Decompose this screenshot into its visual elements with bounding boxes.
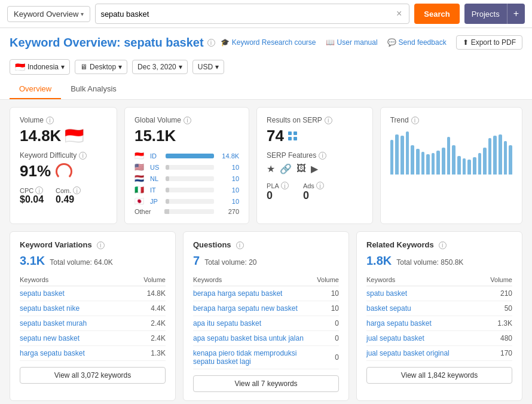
country-label: Indonesia (27, 63, 59, 71)
svg-rect-2 (288, 137, 292, 140)
related-kw-link[interactable]: jual sepatu basket original (366, 349, 450, 357)
serp-info-icon[interactable]: i (325, 117, 332, 124)
related-kw-link[interactable]: spatu basket (366, 289, 407, 298)
kw-var-title: Keyword Variations (20, 240, 92, 249)
download-icon: ⬆ (463, 38, 469, 47)
related-kw-link[interactable]: harga sepatu basket (366, 319, 432, 328)
trend-info-icon[interactable]: i (411, 117, 419, 124)
kw-var-table: Keywords Volume sepatu basket 14.8K sepa… (20, 274, 166, 361)
kw-variation-link[interactable]: sepatu basket nike (20, 304, 80, 313)
tab-bulk-analysis[interactable]: Bulk Analysis (61, 79, 126, 99)
global-volume-row: 🇯🇵 JP 10 (134, 197, 239, 206)
related-total: Total volume: 850.8K (396, 258, 463, 267)
table-row: jual sepatu basket 480 (366, 331, 512, 346)
send-feedback-link[interactable]: 💬 Send feedback (387, 38, 447, 47)
trend-bars (390, 127, 512, 175)
volume-info-icon[interactable]: i (46, 117, 54, 124)
kw-variation-link[interactable]: harga sepatu basket (20, 349, 85, 357)
star-icon: ★ (267, 163, 275, 175)
gv-bar (166, 188, 169, 192)
question-link[interactable]: apa itu sepatu basket (193, 319, 261, 328)
currency-filter[interactable]: USD ▾ (192, 60, 224, 74)
questions-header: Questions i (193, 240, 339, 249)
trend-bar (457, 156, 461, 175)
questions-count: 7 (193, 254, 200, 268)
table-row: kenapa piero tidak memproduksi sepatu ba… (193, 346, 339, 369)
projects-label-button[interactable]: Projects (464, 4, 507, 24)
tab-overview[interactable]: Overview (10, 79, 61, 99)
questions-title: Questions (193, 240, 231, 249)
kw-variation-link[interactable]: sepatu basket (20, 289, 65, 298)
projects-add-button[interactable]: + (507, 4, 525, 24)
chevron-down-icon: ▾ (215, 63, 219, 71)
question-link[interactable]: berapa harga sepatu basket (193, 289, 282, 298)
kw-var-info-icon[interactable]: i (97, 241, 105, 249)
filters-row: 🇮🇩 Indonesia ▾ 🖥 Desktop ▾ Dec 3, 2020 ▾… (10, 54, 522, 79)
related-title: Related Keywords (366, 240, 434, 249)
trend-bar (426, 154, 430, 175)
gv-val: 10 (218, 164, 239, 171)
search-input[interactable] (100, 10, 396, 19)
trend-bar (421, 152, 425, 175)
user-manual-link[interactable]: 📖 User manual (326, 38, 378, 47)
top-bar: Keyword Overview ▾ × Search Projects + (0, 0, 532, 28)
gv-bar (166, 154, 214, 158)
title-info-icon[interactable]: i (207, 39, 215, 47)
serp-features-info-icon[interactable]: i (319, 152, 326, 160)
table-row: sepatu basket murah 2.4K (20, 316, 166, 331)
volume-card: Volume i 14.8K 🇮🇩 Keyword Difficulty i 9… (10, 107, 117, 224)
com-info-icon[interactable]: i (73, 186, 81, 194)
chevron-down-icon: ▾ (61, 63, 65, 71)
gv-bar-wrap (166, 165, 214, 170)
keyword-overview-dropdown[interactable]: Keyword Overview ▾ (7, 6, 90, 22)
view-all-related-button[interactable]: View all 1,842 keywords (366, 367, 512, 384)
pla-info-icon[interactable]: i (281, 182, 289, 189)
global-volume-row: 🇺🇸 US 10 (134, 163, 239, 172)
kw-variation-link[interactable]: sepatu basket murah (20, 319, 87, 328)
kw-variation-link[interactable]: sepatu new basket (20, 334, 80, 342)
kd-info-icon[interactable]: i (79, 152, 87, 160)
svg-rect-0 (288, 131, 292, 135)
kw-var-header: Keyword Variations i (20, 240, 166, 249)
gv-bar-wrap (166, 176, 214, 181)
global-volume-info-icon[interactable]: i (184, 117, 191, 124)
kw-volume-cell: 14.8K (130, 286, 166, 301)
gv-bar (166, 176, 169, 181)
kw-volume-cell: 2.4K (130, 316, 166, 331)
questions-info-icon[interactable]: i (236, 241, 244, 249)
date-filter[interactable]: Dec 3, 2020 ▾ (132, 60, 188, 74)
header-links: 🎓 Keyword Research course 📖 User manual … (221, 35, 522, 50)
export-pdf-button[interactable]: ⬆ Export to PDF (456, 35, 522, 50)
related-kw-link[interactable]: jual sepatu basket (366, 334, 424, 342)
gv-country-code: IT (150, 186, 162, 194)
view-all-kw-button[interactable]: View all 3,072 keywords (20, 367, 166, 384)
date-label: Dec 3, 2020 (137, 63, 176, 71)
question-link[interactable]: berapa harga sepatu new basket (193, 304, 298, 313)
related-info-icon[interactable]: i (439, 241, 447, 249)
ads-info-icon[interactable]: i (316, 182, 324, 189)
gv-country-code: JP (150, 198, 162, 205)
device-filter[interactable]: 🖥 Desktop ▾ (75, 60, 127, 74)
keyword-course-link[interactable]: 🎓 Keyword Research course (221, 38, 316, 47)
view-all-questions-button[interactable]: View all 7 keywords (193, 375, 339, 392)
graduation-icon: 🎓 (221, 38, 230, 47)
page-header: Keyword Overview: sepatu basket i 🎓 Keyw… (0, 28, 532, 100)
questions-table: Keywords Volume berapa harga sepatu bask… (193, 274, 339, 369)
cpc-info-icon[interactable]: i (35, 186, 43, 194)
question-link[interactable]: kenapa piero tidak memproduksi sepatu ba… (193, 349, 296, 366)
trend-bar (400, 136, 404, 175)
device-label: Desktop (90, 63, 116, 71)
com-value: 0.49 (56, 194, 81, 205)
gv-other-row: Other 270 (134, 208, 239, 215)
table-row: sepatu basket nike 4.4K (20, 301, 166, 316)
related-kw-link[interactable]: basket sepatu (366, 304, 411, 313)
table-row: sepatu new basket 2.4K (20, 331, 166, 346)
gv-val: 14.8K (218, 152, 239, 160)
chevron-down-icon: ▾ (118, 63, 122, 71)
clear-icon[interactable]: × (396, 8, 402, 19)
gv-other-val: 270 (218, 208, 239, 215)
question-link[interactable]: apa sepatu basket bisa untuk jalan (193, 334, 304, 342)
country-filter[interactable]: 🇮🇩 Indonesia ▾ (10, 59, 70, 75)
kw-var-total: Total volume: 64.0K (50, 258, 112, 267)
search-button[interactable]: Search (414, 4, 459, 24)
